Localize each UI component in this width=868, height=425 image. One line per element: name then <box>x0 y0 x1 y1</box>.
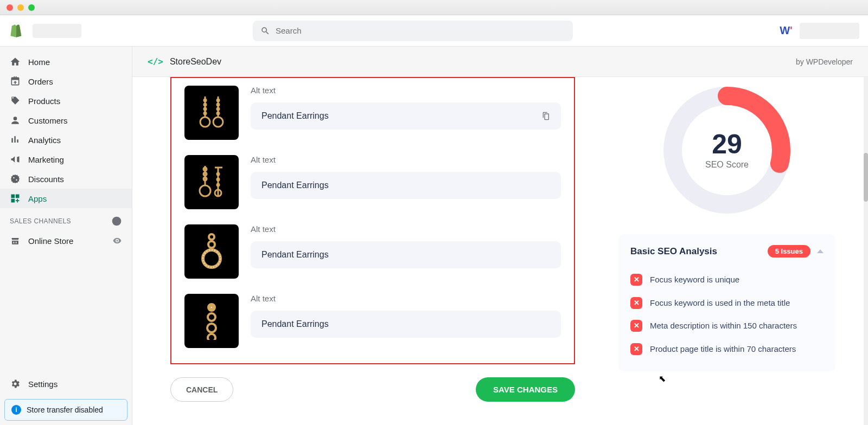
section-label: SALES CHANNELS <box>10 217 71 225</box>
discount-icon <box>10 173 21 184</box>
scrollbar[interactable] <box>864 77 868 425</box>
alt-text-row: Alt text Pendant Earrings <box>184 78 561 147</box>
svg-point-22 <box>208 241 215 248</box>
alt-text-row: Alt text Pendant Earrings <box>184 147 561 217</box>
alt-text-input[interactable]: Pendant Earrings <box>251 311 561 338</box>
sidebar-item-label: Settings <box>28 379 58 389</box>
svg-point-1 <box>204 99 206 101</box>
alt-text-value: Pendant Earrings <box>261 250 329 260</box>
sidebar-item-customers[interactable]: Customers <box>0 111 132 130</box>
svg-point-11 <box>213 117 223 127</box>
product-thumbnail[interactable] <box>184 294 239 348</box>
sidebar-item-label: Home <box>28 57 50 67</box>
alt-text-label: Alt text <box>251 155 561 164</box>
fail-icon: ✕ <box>630 343 642 355</box>
svg-point-27 <box>208 313 215 321</box>
topbar: Search W' <box>0 15 868 47</box>
sidebar-item-label: Online Store <box>28 236 73 246</box>
profile-placeholder <box>800 23 859 39</box>
app-name: StoreSeoDev <box>170 57 221 67</box>
issues-badge: 5 Issues <box>768 245 810 257</box>
issue-text: Product page title is within 70 characte… <box>650 343 796 356</box>
apps-icon <box>10 193 21 204</box>
issue-text: Focus keyword is unique <box>650 274 739 286</box>
alt-text-highlight-box: Alt text Pendant Earrings Alt tex <box>170 77 575 364</box>
svg-point-29 <box>208 334 215 340</box>
sidebar-item-label: Analytics <box>28 136 61 145</box>
svg-point-23 <box>203 250 220 267</box>
sidebar-item-label: Discounts <box>28 175 64 184</box>
product-thumbnail[interactable] <box>184 86 239 140</box>
alt-text-input[interactable]: Pendant Earrings <box>251 172 561 199</box>
banner-text: Store transfer disabled <box>27 405 103 414</box>
sidebar-item-label: Apps <box>28 194 47 203</box>
svg-point-28 <box>207 324 216 332</box>
alt-text-row: Alt text Pendant Earrings <box>184 217 561 286</box>
sidebar-item-online-store[interactable]: Online Store <box>0 231 132 250</box>
collapse-icon[interactable] <box>817 249 824 253</box>
seo-issue: ✕Product page title is within 70 charact… <box>630 338 824 361</box>
scrollbar-thumb[interactable] <box>864 153 868 202</box>
alt-text-value: Pendant Earrings <box>261 181 329 190</box>
search-icon <box>260 26 270 36</box>
eye-icon[interactable] <box>112 236 122 246</box>
alt-text-label: Alt text <box>251 294 561 303</box>
shopify-logo-icon <box>9 23 24 38</box>
sales-channels-section: SALES CHANNELS <box>0 208 132 231</box>
alt-text-input[interactable]: Pendant Earrings <box>251 102 561 130</box>
issue-text: Meta description is within 150 character… <box>650 320 797 332</box>
orders-icon <box>10 76 21 87</box>
sidebar-item-home[interactable]: Home <box>0 52 132 72</box>
search-input[interactable]: Search <box>253 21 573 41</box>
bars-icon <box>10 134 21 145</box>
megaphone-icon <box>10 154 21 165</box>
panel-title: Basic SEO Analysis <box>630 246 717 257</box>
cancel-button[interactable]: CANCEL <box>170 377 233 402</box>
fail-icon: ✕ <box>630 297 642 309</box>
seo-issue: ✕Meta description is within 150 characte… <box>630 314 824 338</box>
mac-titlebar <box>0 0 868 15</box>
search-placeholder: Search <box>276 26 302 35</box>
svg-point-21 <box>209 234 214 240</box>
product-thumbnail[interactable] <box>184 224 239 279</box>
svg-point-16 <box>200 185 210 196</box>
sidebar-item-discounts[interactable]: Discounts <box>0 169 132 189</box>
sidebar-item-marketing[interactable]: Marketing <box>0 150 132 169</box>
seo-score-gauge: 29 SEO Score <box>659 82 795 218</box>
close-window-icon[interactable] <box>7 4 13 11</box>
save-changes-button[interactable]: SAVE CHANGES <box>476 377 575 402</box>
product-thumbnail[interactable] <box>184 155 239 209</box>
alt-text-value: Pendant Earrings <box>261 319 329 329</box>
fail-icon: ✕ <box>630 274 642 286</box>
info-icon: i <box>11 405 21 415</box>
fail-icon: ✕ <box>630 320 642 332</box>
code-icon: </> <box>148 56 163 67</box>
tag-icon <box>10 95 21 106</box>
sidebar-item-analytics[interactable]: Analytics <box>0 130 132 150</box>
gear-icon <box>10 378 21 389</box>
home-icon <box>10 56 21 67</box>
store-name-placeholder <box>33 24 81 38</box>
svg-point-4 <box>204 112 206 114</box>
sidebar-item-label: Customers <box>28 116 68 125</box>
store-icon <box>10 235 21 246</box>
zoom-window-icon[interactable] <box>28 4 35 11</box>
sidebar-item-orders[interactable]: Orders <box>0 72 132 91</box>
sidebar-item-products[interactable]: Products <box>0 91 132 111</box>
sidebar-item-label: Orders <box>28 77 53 86</box>
wp-logo-icon[interactable]: W' <box>778 23 794 39</box>
seo-issue: ✕Focus keyword is unique <box>630 268 824 292</box>
sidebar-item-label: Products <box>28 96 60 106</box>
clipboard-icon[interactable] <box>541 111 550 121</box>
issue-text: Focus keyword is used in the meta title <box>650 297 790 310</box>
sidebar-item-settings[interactable]: Settings <box>0 373 132 395</box>
svg-point-10 <box>217 112 219 114</box>
minimize-window-icon[interactable] <box>17 4 24 11</box>
sidebar-item-apps[interactable]: Apps <box>0 189 132 208</box>
app-header: </> StoreSeoDev by WPDeveloper <box>132 47 868 77</box>
sidebar: Home Orders Products Customers Analytics… <box>0 47 132 425</box>
seo-analysis-panel: Basic SEO Analysis 5 Issues ✕Focus keywo… <box>618 234 835 371</box>
add-channel-icon[interactable] <box>111 216 122 227</box>
svg-point-3 <box>204 108 206 110</box>
alt-text-input[interactable]: Pendant Earrings <box>251 241 561 268</box>
